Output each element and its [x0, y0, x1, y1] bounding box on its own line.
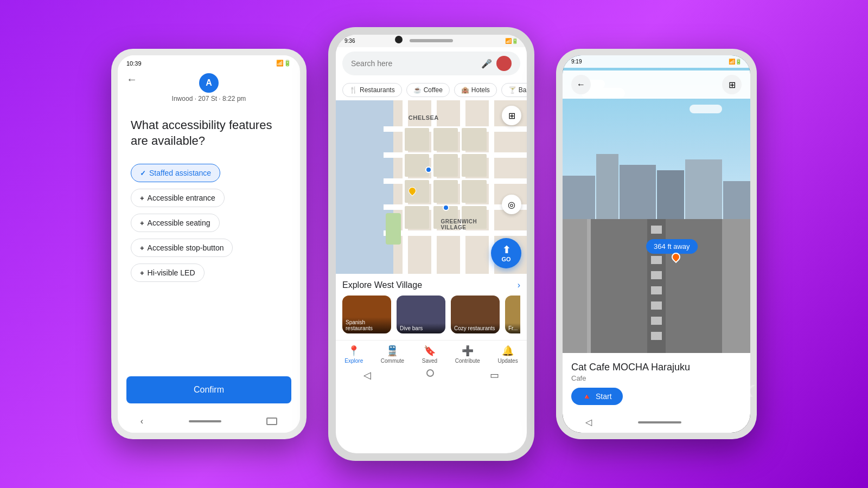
question-text: What accessibility features are availabl…: [131, 118, 287, 149]
bottom-nav: 📍 Explore 🚆 Commute 🔖 Saved ➕ Contribute…: [336, 340, 527, 366]
bnav-contribute[interactable]: ➕ Contribute: [455, 345, 480, 364]
explore-cards: Spanish restaurants Dive bars Cozy resta…: [342, 296, 520, 333]
status-icons: 📶🔋: [276, 60, 291, 67]
distance-badge: 364 ft away: [646, 239, 698, 254]
chip-restaurants[interactable]: 🍴 Restaurants: [342, 83, 402, 97]
phone1-navbar: ‹: [118, 412, 300, 433]
phone-1: 10:39 📶🔋 ← A Inwood · 207 St · 8:22 pm W…: [111, 49, 307, 439]
p2-time: 9:36: [344, 38, 355, 44]
bnav-explore[interactable]: 📍 Explore: [344, 345, 363, 364]
street-view-nav: ← ⊞: [563, 70, 750, 99]
share-button[interactable]: ⊞: [722, 75, 742, 94]
explore-header: Explore West Village ›: [342, 280, 520, 290]
map-pin-blue: [425, 166, 432, 173]
statusbar-3: 9:19 📶🔋: [563, 55, 750, 68]
home-back[interactable]: ◁: [363, 369, 371, 381]
explore-arrow[interactable]: ›: [518, 280, 520, 290]
bnav-updates[interactable]: 🔔 Updates: [497, 345, 518, 364]
buildings: [563, 154, 750, 219]
phone2-homerow: ◁ ▭: [336, 366, 527, 386]
route-info: Inwood · 207 St · 8:22 pm: [172, 95, 246, 102]
layers-button[interactable]: ⊞: [502, 106, 521, 125]
explore-section: Explore West Village › Spanish restauran…: [336, 274, 527, 340]
map-pin-blue2: [443, 204, 449, 211]
phone-2: 9:36 📶🔋 🎤 🍴 Restaurants ☕ Coffee 🏨: [328, 27, 534, 461]
status-time: 10:39: [126, 60, 142, 67]
bnav-commute[interactable]: 🚆 Commute: [381, 345, 404, 364]
chip-seating[interactable]: + Accessible seating: [131, 214, 220, 232]
confirm-button[interactable]: Confirm: [126, 376, 291, 403]
navigate-icon: 🔺: [582, 392, 591, 401]
phone3-homerow: ◁: [563, 414, 750, 433]
search-area: 🎤: [336, 47, 527, 80]
place-info-panel: Cat Cafe MOCHA Harajuku Cafe 🔺 Start: [563, 353, 750, 414]
map-label-chelsea: CHELSEA: [409, 114, 439, 121]
map-area[interactable]: CHELSEA GREENWICHVILLAGE ⊞ ◎ ⬆ GO: [336, 100, 527, 274]
phone-3-wrapper: 9:19 📶🔋 ← ⊞: [556, 49, 757, 439]
chip-bars[interactable]: 🍸 Bars: [501, 83, 527, 97]
map-controls: ⊞ ◎: [502, 106, 521, 214]
sv-road: 364 ft away: [563, 219, 750, 353]
back-button[interactable]: ←: [126, 73, 137, 86]
phone2-speaker: [410, 39, 453, 42]
phone-3: 9:19 📶🔋 ← ⊞: [556, 49, 757, 439]
chip-stop-button[interactable]: + Accessible stop-button: [131, 239, 233, 257]
explore-card-divebars[interactable]: Dive bars: [397, 296, 445, 333]
chip-led[interactable]: + Hi-visible LED: [131, 264, 205, 282]
category-chips: 🍴 Restaurants ☕ Coffee 🏨 Hotels 🍸 Bars: [336, 80, 527, 100]
explore-card-4[interactable]: Fr...: [505, 296, 520, 333]
mic-icon[interactable]: 🎤: [481, 59, 492, 69]
location-button[interactable]: ◎: [502, 195, 521, 214]
phone1-header: ← A Inwood · 207 St · 8:22 pm: [118, 69, 300, 109]
bnav-saved[interactable]: 🔖 Saved: [422, 345, 437, 364]
nav-back[interactable]: ‹: [141, 416, 143, 426]
watermark: K: [742, 381, 754, 401]
back-button-3[interactable]: ←: [571, 75, 591, 94]
chip-hotels[interactable]: 🏨 Hotels: [454, 83, 497, 97]
street-view: 9:19 📶🔋 ← ⊞: [563, 55, 750, 353]
phone2-camera: [395, 36, 403, 43]
go-button[interactable]: ⬆ GO: [491, 238, 521, 268]
chip-entrance[interactable]: + Accessible entrance: [131, 189, 225, 207]
home-pill[interactable]: [638, 421, 681, 423]
chip-staffed[interactable]: ✓ Staffed assistance: [131, 164, 220, 182]
nav-home[interactable]: [189, 420, 221, 422]
chip-coffee[interactable]: ☕ Coffee: [406, 83, 450, 97]
home-square[interactable]: ▭: [490, 369, 499, 381]
nav-square[interactable]: [266, 418, 277, 425]
statusbar-1: 10:39 📶🔋: [118, 55, 300, 69]
explore-card-cozy[interactable]: Cozy restaurants: [451, 296, 500, 333]
home-back-3[interactable]: ◁: [585, 417, 592, 427]
cloud-3: [690, 105, 722, 113]
user-avatar: [496, 56, 512, 71]
place-type: Cafe: [571, 374, 742, 382]
avatar: A: [199, 73, 219, 93]
home-circle[interactable]: [426, 369, 434, 377]
place-name: Cat Cafe MOCHA Harajuku: [571, 362, 742, 373]
map-label-greenwich: GREENWICHVILLAGE: [441, 219, 477, 230]
search-input[interactable]: [351, 59, 477, 68]
phone1-content: What accessibility features are availabl…: [118, 109, 300, 376]
explore-title: Explore West Village: [342, 280, 422, 290]
start-button[interactable]: 🔺 Start: [571, 388, 623, 405]
explore-card-spanish[interactable]: Spanish restaurants: [342, 296, 391, 333]
